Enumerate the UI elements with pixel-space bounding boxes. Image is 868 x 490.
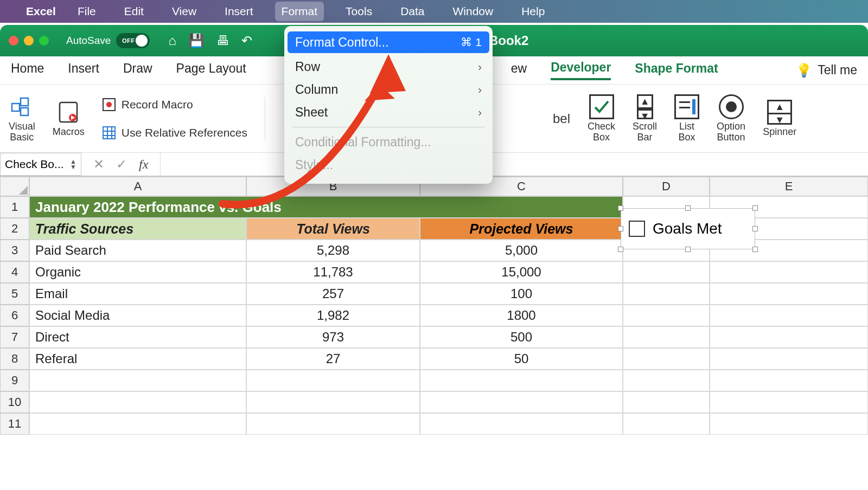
cell[interactable] [710, 261, 868, 283]
cell[interactable]: 11,783 [246, 261, 420, 283]
visual-basic-button[interactable]: Visual Basic [9, 94, 35, 143]
cell[interactable]: 15,000 [420, 261, 623, 283]
tab-home[interactable]: Home [11, 61, 44, 79]
row-header[interactable]: 6 [0, 305, 29, 326]
row-header[interactable]: 10 [0, 391, 29, 413]
row-header[interactable]: 8 [0, 348, 29, 370]
undo-icon[interactable]: ↶ [241, 33, 252, 48]
header-cell[interactable]: Total Views [246, 218, 420, 240]
cell[interactable]: 5,298 [246, 240, 420, 261]
print-icon[interactable]: 🖶 [216, 33, 229, 48]
cell[interactable] [246, 391, 420, 413]
tab-insert[interactable]: Insert [68, 61, 99, 79]
menu-insert[interactable]: Insert [218, 2, 260, 21]
cell[interactable]: 100 [420, 283, 623, 305]
header-cell[interactable]: Traffic Sources [29, 218, 246, 240]
cell[interactable]: 1,982 [246, 305, 420, 326]
row-header[interactable]: 4 [0, 261, 29, 283]
macros-button[interactable]: Macros [53, 100, 85, 138]
menu-help[interactable]: Help [515, 2, 551, 21]
cell[interactable] [623, 326, 710, 348]
tab-draw[interactable]: Draw [123, 61, 152, 79]
title-cell[interactable]: January 2022 Performance vs. Goals [29, 196, 623, 218]
row-header[interactable]: 2 [0, 218, 29, 240]
menu-item-row[interactable]: Row › [284, 55, 493, 78]
cell[interactable] [420, 370, 623, 391]
option-control-button[interactable]: Option Button [717, 94, 745, 143]
cell[interactable]: Email [29, 283, 246, 305]
cell[interactable] [710, 370, 868, 391]
autosave-toggle[interactable]: AutoSave OFF [66, 33, 150, 48]
menu-file[interactable]: File [71, 2, 103, 21]
cell[interactable]: Social Media [29, 305, 246, 326]
zoom-icon[interactable] [39, 36, 49, 46]
menu-tools[interactable]: Tools [339, 2, 379, 21]
save-icon[interactable]: 💾 [188, 33, 205, 48]
home-icon[interactable]: ⌂ [168, 33, 176, 48]
record-macro-button[interactable]: Record Macro [102, 94, 247, 115]
cell[interactable] [246, 370, 420, 391]
cell[interactable] [623, 283, 710, 305]
name-box[interactable]: Check Bo... ▲▼ [0, 153, 81, 176]
checkbox-control-button[interactable]: Check Box [588, 94, 615, 143]
minimize-icon[interactable] [24, 36, 34, 46]
header-cell[interactable]: Projected Views [420, 218, 623, 240]
row-header[interactable]: 3 [0, 240, 29, 261]
row-header[interactable]: 1 [0, 196, 29, 218]
cell[interactable] [29, 370, 246, 391]
row-header[interactable]: 11 [0, 413, 29, 435]
cell[interactable] [246, 413, 420, 435]
cell[interactable] [29, 391, 246, 413]
cell[interactable]: Direct [29, 326, 246, 348]
menu-window[interactable]: Window [446, 2, 500, 21]
select-all-corner[interactable] [0, 177, 29, 196]
scrollbar-control-button[interactable]: ▲▼ Scroll Bar [633, 94, 657, 143]
checkbox-icon[interactable] [629, 221, 645, 237]
cell[interactable]: 5,000 [420, 240, 623, 261]
menu-view[interactable]: View [165, 2, 203, 21]
menu-item-sheet[interactable]: Sheet › [284, 101, 493, 124]
col-header-e[interactable]: E [710, 177, 868, 196]
menu-format[interactable]: Format [275, 2, 324, 21]
formula-input[interactable] [160, 153, 868, 176]
accept-formula-icon[interactable]: ✓ [116, 157, 127, 172]
name-box-stepper-icon[interactable]: ▲▼ [70, 159, 76, 170]
tab-shape-format[interactable]: Shape Format [635, 61, 718, 79]
cell[interactable]: 27 [246, 348, 420, 370]
cell[interactable]: 257 [246, 283, 420, 305]
listbox-control-button[interactable]: List Box [674, 94, 699, 143]
use-relative-refs-button[interactable]: Use Relative References [102, 122, 247, 144]
cell[interactable] [710, 391, 868, 413]
cell[interactable]: 1800 [420, 305, 623, 326]
cell[interactable] [623, 261, 710, 283]
cell[interactable]: Paid Search [29, 240, 246, 261]
cell[interactable] [710, 348, 868, 370]
cell[interactable] [420, 391, 623, 413]
cancel-formula-icon[interactable]: ✕ [93, 157, 104, 172]
cell[interactable] [623, 305, 710, 326]
cell[interactable] [710, 326, 868, 348]
cell[interactable]: 500 [420, 326, 623, 348]
cell[interactable] [420, 413, 623, 435]
tab-page-layout[interactable]: Page Layout [176, 61, 246, 79]
fx-icon[interactable]: fx [139, 157, 148, 172]
cell[interactable] [623, 413, 710, 435]
col-header-a[interactable]: A [29, 177, 246, 196]
menu-edit[interactable]: Edit [118, 2, 150, 21]
cell[interactable]: 50 [420, 348, 623, 370]
cell[interactable] [623, 348, 710, 370]
cell[interactable] [29, 413, 246, 435]
menu-item-column[interactable]: Column › [284, 78, 493, 101]
tab-developer[interactable]: Developer [551, 60, 611, 80]
cell[interactable] [623, 370, 710, 391]
cell[interactable]: Organic [29, 261, 246, 283]
row-header[interactable]: 5 [0, 283, 29, 305]
row-header[interactable]: 9 [0, 370, 29, 391]
row-header[interactable]: 7 [0, 326, 29, 348]
tell-me[interactable]: 💡 Tell me [796, 63, 857, 78]
menu-item-format-control[interactable]: Format Control... ⌘ 1 [288, 31, 489, 53]
checkbox-form-control[interactable]: Goals Met [621, 208, 755, 249]
cell[interactable] [710, 305, 868, 326]
cell[interactable]: 973 [246, 326, 420, 348]
cell[interactable]: Referal [29, 348, 246, 370]
